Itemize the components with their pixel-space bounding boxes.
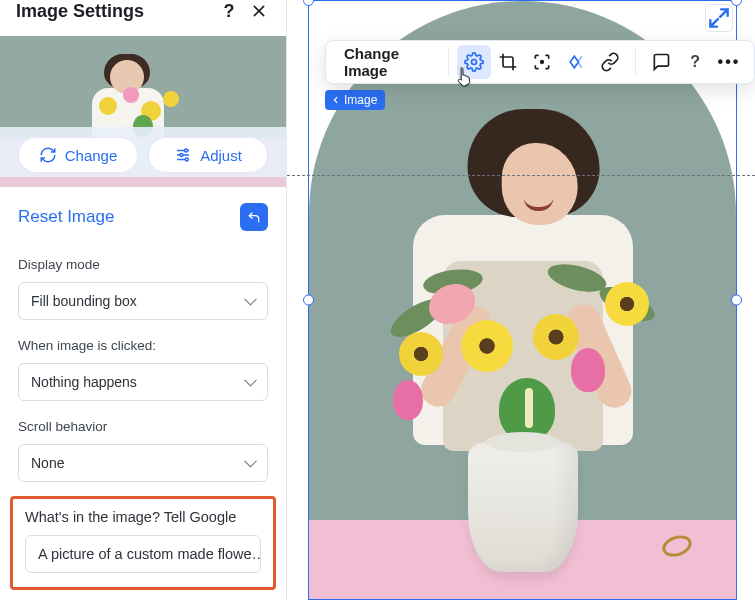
svg-point-0	[185, 149, 188, 152]
resize-handle-ml[interactable]	[303, 295, 314, 306]
settings-tool[interactable]	[457, 45, 491, 79]
change-image-button[interactable]: Change Image	[334, 45, 440, 79]
svg-point-1	[180, 154, 183, 157]
crop-icon	[498, 52, 518, 72]
link-icon	[600, 52, 620, 72]
gear-icon	[464, 52, 484, 72]
breadcrumb[interactable]: Image	[325, 90, 385, 110]
help-icon[interactable]: ?	[218, 0, 240, 22]
svg-point-2	[185, 158, 188, 161]
click-action-section: When image is clicked: Nothing happens	[0, 328, 286, 409]
resize-handle-tr[interactable]	[731, 0, 742, 6]
panel-title: Image Settings	[16, 1, 210, 22]
resize-handle-mr[interactable]	[731, 295, 742, 306]
display-mode-section: Display mode Fill bounding box	[0, 247, 286, 328]
alt-text-label: What's in the image? Tell Google	[25, 509, 261, 525]
display-mode-label: Display mode	[18, 257, 268, 272]
resize-handle-tl[interactable]	[303, 0, 314, 6]
animation-icon	[566, 52, 586, 72]
comment-icon	[651, 52, 671, 72]
toolbar-help[interactable]: ?	[678, 45, 712, 79]
panel-header: Image Settings ?	[0, 0, 286, 36]
editor-canvas[interactable]: Change Image ? •••	[287, 0, 755, 600]
reset-row: Reset Image	[0, 187, 286, 247]
scroll-behavior-section: Scroll behavior None	[0, 409, 286, 490]
breadcrumb-label: Image	[344, 93, 377, 107]
crop-tool[interactable]	[491, 45, 525, 79]
focal-point-tool[interactable]	[525, 45, 559, 79]
scroll-behavior-value: None	[31, 455, 64, 471]
svg-point-4	[541, 61, 544, 64]
click-action-value: Nothing happens	[31, 374, 137, 390]
comment-tool[interactable]	[644, 45, 678, 79]
sliders-icon	[174, 146, 192, 164]
adjust-button-label: Adjust	[200, 147, 242, 164]
click-action-label: When image is clicked:	[18, 338, 268, 353]
display-mode-value: Fill bounding box	[31, 293, 137, 309]
animation-tool[interactable]	[559, 45, 593, 79]
scroll-behavior-select[interactable]: None	[18, 444, 268, 482]
preview-actions: Change Adjust	[0, 127, 286, 177]
svg-point-3	[472, 60, 477, 65]
close-icon[interactable]	[248, 0, 270, 22]
chevron-left-icon	[331, 95, 341, 105]
undo-button[interactable]	[240, 203, 268, 231]
adjust-button[interactable]: Adjust	[148, 137, 268, 173]
alt-text-section: What's in the image? Tell Google A pictu…	[10, 496, 276, 590]
focal-point-icon	[532, 52, 552, 72]
link-tool[interactable]	[593, 45, 627, 79]
image-preview: Change Adjust	[0, 36, 286, 187]
scroll-behavior-label: Scroll behavior	[18, 419, 268, 434]
display-mode-select[interactable]: Fill bounding box	[18, 282, 268, 320]
refresh-icon	[39, 146, 57, 164]
alt-text-value: A picture of a custom made flowe…	[38, 546, 261, 562]
reset-image-link[interactable]: Reset Image	[18, 207, 114, 227]
change-button-label: Change	[65, 147, 118, 164]
settings-panel: Image Settings ? Change	[0, 0, 287, 600]
image-toolbar: Change Image ? •••	[325, 40, 755, 84]
click-action-select[interactable]: Nothing happens	[18, 363, 268, 401]
alt-text-input[interactable]: A picture of a custom made flowe…	[25, 535, 261, 573]
change-button[interactable]: Change	[18, 137, 138, 173]
undo-icon	[246, 209, 262, 225]
more-tool[interactable]: •••	[712, 45, 746, 79]
